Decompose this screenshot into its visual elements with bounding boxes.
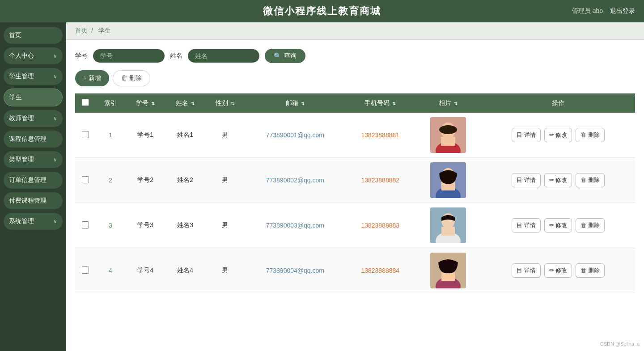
cell-actions: 目 详情 ✏ 修改 🗑 删除 xyxy=(481,203,635,248)
admin-label: 管理员 abo xyxy=(572,7,603,15)
student-table: 索引 学号 ⇅ 姓名 ⇅ 性别 ⇅ 邮箱 ⇅ 手机号码 ⇅ 相片 ⇅ 操作 1 … xyxy=(75,93,635,293)
delete-button[interactable]: 🗑 删除 xyxy=(576,173,605,187)
sidebar-item-label: 付费课程管理 xyxy=(9,197,47,205)
chevron-down-icon: ∨ xyxy=(53,115,57,122)
chevron-down-icon: ∨ xyxy=(53,218,57,224)
detail-button[interactable]: 目 详情 xyxy=(512,218,541,233)
col-gender[interactable]: 性别 ⇅ xyxy=(205,93,245,113)
cell-name: 姓名2 xyxy=(165,158,205,203)
name-input[interactable] xyxy=(188,49,259,63)
col-student-id[interactable]: 学号 ⇅ xyxy=(126,93,165,113)
col-email[interactable]: 邮箱 ⇅ xyxy=(245,93,345,113)
edit-button[interactable]: ✏ 修改 xyxy=(544,263,572,278)
row-checkbox[interactable] xyxy=(82,221,89,228)
chevron-down-icon: ∨ xyxy=(53,156,57,163)
cell-student-id: 学号1 xyxy=(126,113,165,158)
logout-button[interactable]: 退出登录 xyxy=(610,7,635,15)
search-label: 查询 xyxy=(284,52,297,60)
cell-name: 姓名3 xyxy=(165,203,205,248)
sidebar-item-teacher-mgmt[interactable]: 教师管理 ∨ xyxy=(4,110,63,127)
header-title: 微信小程序线上教育商城 xyxy=(263,4,381,18)
cell-gender: 男 xyxy=(205,158,245,203)
sidebar-item-label: 学生管理 xyxy=(9,72,34,80)
col-index: 索引 xyxy=(95,93,126,113)
select-all-checkbox[interactable] xyxy=(82,99,89,106)
col-actions: 操作 xyxy=(481,93,635,113)
cell-index: 4 xyxy=(95,248,126,293)
student-id-label: 学号 xyxy=(75,52,88,60)
cell-gender: 男 xyxy=(205,248,245,293)
cell-email: 773890001@qq.com xyxy=(245,113,345,158)
edit-button[interactable]: ✏ 修改 xyxy=(544,173,572,187)
cell-email: 773890004@qq.com xyxy=(245,248,345,293)
table-row: 4 学号4 姓名4 男 773890004@qq.com 13823888884… xyxy=(75,248,635,293)
svg-rect-12 xyxy=(441,227,455,236)
cell-photo xyxy=(415,158,481,203)
student-id-input[interactable] xyxy=(93,49,165,63)
search-bar: 学号 姓名 🔍 查询 xyxy=(75,49,635,63)
col-name[interactable]: 姓名 ⇅ xyxy=(165,93,205,113)
detail-button[interactable]: 目 详情 xyxy=(512,173,541,187)
sidebar-item-student-mgmt[interactable]: 学生管理 ∨ xyxy=(4,68,63,85)
sidebar-item-label: 类型管理 xyxy=(9,156,34,164)
edit-button[interactable]: ✏ 修改 xyxy=(544,218,572,233)
col-photo[interactable]: 相片 ⇅ xyxy=(415,93,481,113)
row-checkbox[interactable] xyxy=(82,266,89,274)
cell-photo xyxy=(415,203,481,248)
search-button[interactable]: 🔍 查询 xyxy=(265,49,305,63)
detail-button[interactable]: 目 详情 xyxy=(512,128,541,142)
breadcrumb-home[interactable]: 首页 xyxy=(75,27,88,34)
delete-button[interactable]: 🗑 删除 xyxy=(576,128,605,142)
cell-phone: 13823888884 xyxy=(345,248,415,293)
cell-phone: 13823888883 xyxy=(345,203,415,248)
svg-rect-3 xyxy=(441,137,455,146)
sidebar: 首页 个人中心 ∨ 学生管理 ∨ 学生 教师管理 ∨ 课程信息管理 类型管理 ∨… xyxy=(0,22,66,351)
cell-actions: 目 详情 ✏ 修改 🗑 删除 xyxy=(481,113,635,158)
sidebar-item-label: 系统管理 xyxy=(9,217,34,225)
col-phone[interactable]: 手机号码 ⇅ xyxy=(345,93,415,113)
sidebar-item-paid-course[interactable]: 付费课程管理 xyxy=(4,192,63,209)
sidebar-item-type-mgmt[interactable]: 类型管理 ∨ xyxy=(4,151,63,168)
student-photo xyxy=(430,253,466,288)
cell-phone: 13823888881 xyxy=(345,113,415,158)
watermark: CSDN @Selina .a xyxy=(600,341,640,347)
sidebar-item-personal[interactable]: 个人中心 ∨ xyxy=(4,47,63,64)
edit-button[interactable]: ✏ 修改 xyxy=(544,128,572,142)
main-content: 首页 / 学生 学号 姓名 🔍 查询 + 新增 🗑 删除 xyxy=(66,22,644,351)
sidebar-item-label: 个人中心 xyxy=(9,52,34,60)
header: 微信小程序线上教育商城 管理员 abo 退出登录 xyxy=(0,0,644,22)
cell-photo xyxy=(415,113,481,158)
cell-index: 2 xyxy=(95,158,126,203)
breadcrumb-separator: / xyxy=(91,27,93,34)
cell-student-id: 学号2 xyxy=(126,158,165,203)
detail-button[interactable]: 目 详情 xyxy=(512,263,541,278)
table-row: 2 学号2 姓名2 男 773890002@qq.com 13823888882… xyxy=(75,158,635,203)
sidebar-item-student[interactable]: 学生 xyxy=(4,89,63,106)
delete-button[interactable]: 🗑 删除 xyxy=(576,263,605,278)
chevron-down-icon: ∨ xyxy=(53,73,57,80)
cell-name: 姓名1 xyxy=(165,113,205,158)
row-checkbox[interactable] xyxy=(82,176,89,183)
batch-delete-button[interactable]: 🗑 删除 xyxy=(113,70,150,86)
cell-index: 1 xyxy=(95,113,126,158)
cell-student-id: 学号4 xyxy=(126,248,165,293)
sidebar-item-home[interactable]: 首页 xyxy=(4,27,63,44)
sidebar-item-label: 教师管理 xyxy=(9,114,34,123)
sidebar-item-system-mgmt[interactable]: 系统管理 ∨ xyxy=(4,213,63,230)
cell-email: 773890002@qq.com xyxy=(245,158,345,203)
student-photo xyxy=(430,207,466,243)
cell-gender: 男 xyxy=(205,113,245,158)
sidebar-item-course-info[interactable]: 课程信息管理 xyxy=(4,131,63,148)
row-checkbox[interactable] xyxy=(82,131,89,138)
add-button[interactable]: + 新增 xyxy=(75,70,109,86)
cell-student-id: 学号3 xyxy=(126,203,165,248)
sidebar-item-label: 课程信息管理 xyxy=(9,135,47,143)
content-area: 学号 姓名 🔍 查询 + 新增 🗑 删除 xyxy=(66,40,644,302)
breadcrumb: 首页 / 学生 xyxy=(66,22,644,40)
header-right: 管理员 abo 退出登录 xyxy=(572,7,635,15)
delete-button[interactable]: 🗑 删除 xyxy=(576,218,605,233)
sidebar-item-order-mgmt[interactable]: 订单信息管理 xyxy=(4,172,63,189)
main-layout: 首页 个人中心 ∨ 学生管理 ∨ 学生 教师管理 ∨ 课程信息管理 类型管理 ∨… xyxy=(0,22,644,351)
cell-photo xyxy=(415,248,481,293)
sidebar-item-label: 订单信息管理 xyxy=(9,176,47,184)
